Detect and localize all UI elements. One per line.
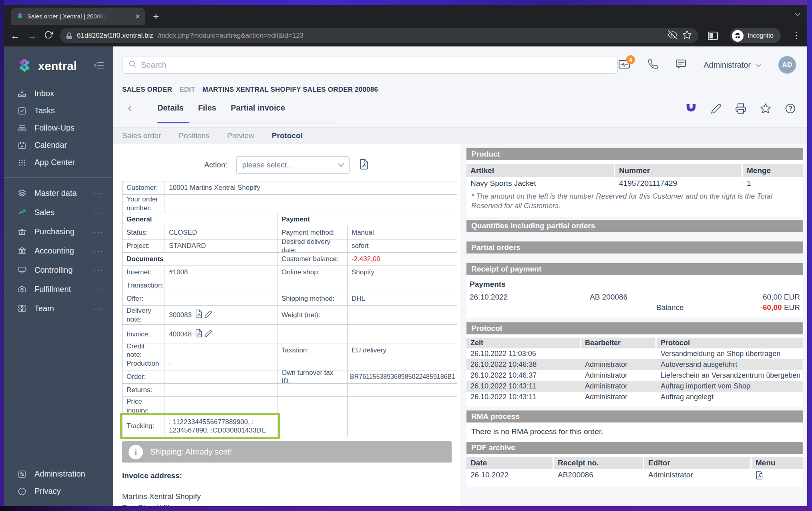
product-row: Navy Sports Jacket 41957201117429 1: [466, 177, 803, 190]
sidebar-item-master-data[interactable]: Master data ···: [4, 183, 113, 203]
more-options-icon[interactable]: ···: [93, 208, 104, 217]
pdf-archive-section-header: PDF archive: [466, 442, 803, 454]
pdf-icon[interactable]: [756, 473, 763, 481]
more-options-icon[interactable]: ···: [93, 246, 104, 256]
phone-button[interactable]: [647, 59, 658, 71]
subtab-sales-order[interactable]: Sales order: [122, 131, 161, 140]
sidebar-item-calendar[interactable]: Calendar: [4, 137, 113, 154]
column-header: Zeit: [466, 338, 581, 348]
delivery-note-number[interactable]: 300083: [169, 311, 192, 319]
subtabs: Sales order Positions Preview Protocol: [113, 127, 807, 144]
sidebar-item-accounting[interactable]: Accounting ···: [4, 241, 113, 260]
receipt-section: Receipt of payment Payments 26.10.2022 A…: [466, 263, 803, 318]
eye-off-icon[interactable]: [668, 30, 677, 41]
app-center-icon: [17, 158, 27, 167]
field-label: [277, 279, 348, 292]
side-panel-icon[interactable]: [708, 32, 718, 40]
address-bar[interactable]: 61d8202af1ff0.xentral.biz /index.php?mod…: [60, 28, 698, 43]
header-actions: 4 Administrator AD: [618, 56, 796, 74]
field-label: Customer:: [123, 181, 165, 195]
sidebar-item-purchasing[interactable]: Purchasing ···: [4, 222, 113, 241]
back-icon[interactable]: ‹: [128, 102, 132, 114]
protocol-row: 26.10.2022 10:46:38AdministratorAutovers…: [466, 359, 803, 370]
subtab-preview[interactable]: Preview: [227, 131, 254, 140]
column-header: Nummer: [615, 164, 743, 177]
sidebar-item-follow-ups[interactable]: Follow-Ups: [4, 119, 113, 137]
sidebar-collapse-icon[interactable]: [93, 61, 105, 71]
reload-button[interactable]: [44, 30, 53, 41]
protocol-section-header: Protocol: [466, 322, 803, 334]
sidebar-item-team[interactable]: Team ···: [4, 299, 113, 318]
browser-tab[interactable]: Sales order | Xentral | 200086 ✕: [11, 8, 145, 25]
field-label: [277, 325, 348, 344]
sidebar-item-label: Privacy: [34, 487, 61, 496]
sidebar-item-privacy[interactable]: Privacy: [4, 483, 113, 500]
forward-button[interactable]: →: [27, 31, 37, 40]
search-input[interactable]: [141, 60, 612, 70]
sidebar-item-sales[interactable]: Sales ···: [4, 203, 113, 222]
column-header: Menge: [743, 164, 803, 177]
back-button[interactable]: ←: [10, 31, 20, 40]
pdf-icon[interactable]: [195, 328, 203, 340]
field-value: [348, 357, 457, 370]
action-select[interactable]: please select...: [236, 156, 350, 174]
sidebar-item-label: App Center: [34, 158, 75, 167]
column-header: Menu: [752, 457, 803, 469]
more-options-icon[interactable]: ···: [93, 304, 104, 313]
more-options-icon[interactable]: ···: [93, 266, 104, 275]
user-menu[interactable]: Administrator: [703, 60, 762, 70]
chevron-down-icon: [756, 60, 762, 70]
sidebar-item-label: Sales: [34, 208, 54, 217]
screen-root: Sales order | Xentral | 200086 ✕ + ← → 6…: [0, 0, 812, 511]
invoice-number[interactable]: 400048: [169, 330, 192, 338]
browser-menu-icon[interactable]: ⋮: [792, 30, 801, 41]
chat-button[interactable]: [675, 58, 687, 71]
field-label: Project:: [123, 239, 165, 253]
bookmark-star-icon[interactable]: [682, 30, 692, 41]
global-search[interactable]: [122, 56, 618, 74]
userlane-help-icon[interactable]: [685, 103, 697, 116]
main-area: 4 Administrator AD SALES ORDER E: [113, 46, 807, 506]
avatar[interactable]: AD: [778, 56, 796, 74]
favorite-star-icon[interactable]: [760, 103, 771, 116]
sidebar-item-fulfillment[interactable]: Fulfillment ···: [4, 280, 113, 299]
subtab-protocol[interactable]: Protocol: [272, 131, 303, 140]
field-value: DHL: [348, 292, 457, 306]
field-label: Own turnover tax ID:: [277, 370, 348, 384]
help-icon[interactable]: [785, 103, 796, 116]
print-icon[interactable]: [735, 103, 746, 116]
delivery-note-cell: 300083: [165, 306, 277, 325]
notification-badge: 4: [626, 55, 635, 64]
sidebar-item-tasks[interactable]: Tasks: [4, 102, 113, 119]
tab-details[interactable]: Details: [157, 103, 184, 113]
notifications-button[interactable]: 4: [618, 59, 631, 71]
sidebar-item-controlling[interactable]: Controlling ···: [4, 260, 113, 280]
pdf-icon[interactable]: [359, 159, 369, 171]
edit-pencil-icon[interactable]: [204, 310, 212, 320]
more-options-icon[interactable]: ···: [93, 285, 104, 294]
product-name-link[interactable]: Navy Sports Jacket: [466, 177, 615, 190]
edit-pencil-icon[interactable]: [204, 330, 212, 340]
frame-right: [807, 0, 812, 511]
rma-section: RMA process There is no RMA process for …: [466, 410, 803, 442]
sidebar-item-administration[interactable]: Administration: [4, 465, 113, 483]
edit-pencil-icon[interactable]: [711, 103, 722, 116]
more-options-icon[interactable]: ···: [93, 189, 104, 198]
brand-name: xentral: [38, 60, 77, 73]
subtab-positions[interactable]: Positions: [179, 131, 209, 140]
sidebar-item-inbox[interactable]: Inbox: [4, 85, 113, 102]
invoice-address-heading: Invoice address:: [122, 471, 460, 480]
invoice-address-line: Martins Xentral Shopify: [122, 492, 460, 501]
more-options-icon[interactable]: ···: [93, 227, 104, 236]
field-label: Desired delivery date:: [277, 239, 348, 253]
team-icon: [17, 304, 27, 313]
rma-text: There is no RMA process for this order.: [466, 422, 803, 442]
tab-files[interactable]: Files: [198, 103, 217, 113]
tab-partial-invoice[interactable]: Partial invoice: [231, 103, 285, 113]
sidebar-item-app-center[interactable]: App Center: [4, 154, 113, 171]
new-tab-button[interactable]: +: [153, 9, 159, 23]
tab-close-icon[interactable]: ✕: [135, 13, 140, 20]
tab-search-chevron-icon[interactable]: [794, 11, 801, 18]
field-label: Customer balance:: [277, 253, 348, 266]
pdf-icon[interactable]: [195, 309, 203, 320]
